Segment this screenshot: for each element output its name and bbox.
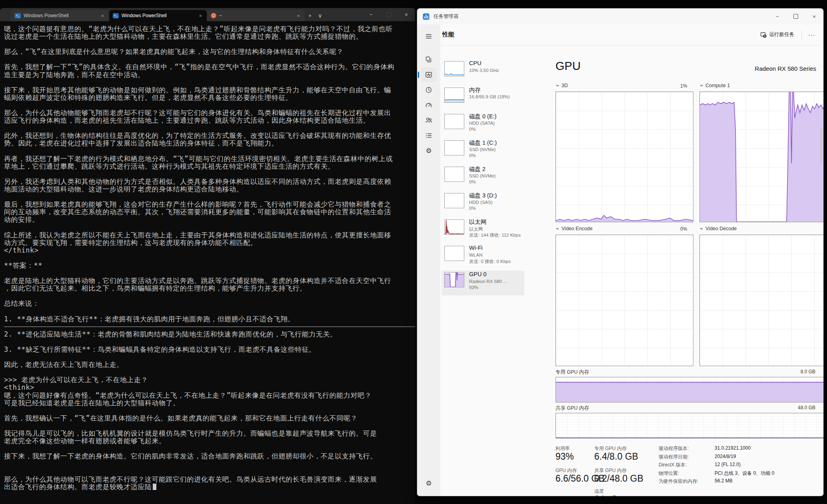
services-icon: ⚙ [425, 147, 431, 154]
terminal-close-button[interactable]: × [398, 8, 415, 21]
perf-rail-item-cpu[interactable]: CPU10% 3.50 GHz [442, 60, 524, 84]
sidebar-item-app-history[interactable] [421, 83, 437, 97]
maximize-button[interactable] [787, 8, 805, 24]
tab-close-button[interactable]: × [100, 13, 105, 19]
minimize-button[interactable]: − [768, 8, 787, 24]
terminal-line: 1. **身体构造不适合飞行**：老虎拥有强大的肌肉用于地面奔跑，但翅膀小且不适… [4, 315, 415, 323]
perf-thumbnail-chart [444, 140, 464, 155]
sidebar-item-services[interactable]: ⚙ [421, 143, 437, 158]
gpu-detail-value: 31.0.21921.1000 [715, 445, 751, 454]
perf-rail-item-磁盘-2[interactable]: 磁盘 2SSD (NVMe)0% [442, 165, 524, 190]
gpu-detail-value: 12 (FL 12.0) [715, 462, 741, 470]
terminal-line: 适应飞行的身体构造，而老虎的祖先生活在陆地上，主要通过奔跑、跳跃等方式活动，因此… [4, 117, 415, 124]
perf-item-detail: 93% [469, 285, 523, 290]
terminal-maximize-button[interactable] [380, 8, 398, 21]
scrollbar-thumb[interactable] [820, 128, 822, 164]
terminal-line: 老虎是陆地上的大型猫科动物，它们的主要活动方式是以奔跑、跳跃等方式捕捉猎物。老虎… [4, 277, 415, 285]
perf-rail-item-磁盘-3-(d:)[interactable]: 磁盘 3 (D:)HDD (SAS)0% [442, 191, 524, 216]
task-manager-window-controls: − × [768, 8, 823, 24]
sidebar-item-performance[interactable] [421, 68, 437, 82]
perf-rail-item-磁盘-1-(c:)[interactable]: 磁盘 1 (C:)SSD (NVMe)0% [442, 139, 524, 163]
more-options-button[interactable]: ··· [806, 31, 818, 38]
terminal-minimize-button[interactable]: − [362, 8, 380, 21]
chevron-down-icon[interactable] [699, 84, 703, 88]
perf-rail-item-wi-fi[interactable]: Wi-FiWLAN发送: 0 接收: 0 Kbps [442, 244, 524, 269]
ubuntu-icon [211, 13, 216, 18]
shared-memory-label: 共享 GPU 内存 [555, 405, 589, 412]
app-history-icon [425, 86, 432, 94]
chart-video-encode [555, 235, 693, 366]
terminal-tab[interactable]: >_Windows PowerShell× [11, 10, 109, 21]
perf-item-detail: 0% [469, 179, 523, 184]
page-title: 性能 [442, 31, 454, 38]
terminal-window: >_Windows PowerShell×>_Windows PowerShel… [0, 8, 415, 504]
terminal-line [4, 170, 415, 178]
terminal-line: 可是我已经知道老虎是生活在陆地上的大型猫科动物了。 [4, 399, 415, 407]
perf-item-name: GPU 0 [469, 271, 487, 277]
terminal-line: 动方式。要实现飞翔，需要特定的生理结构，这与老虎现有的身体功能不相匹配。 [4, 239, 415, 247]
perf-item-name: Wi-Fi [469, 245, 483, 251]
gpu-detail-value: 56.2 MB [715, 478, 733, 486]
terminal-line: 因此，老虎无法在天上飞而在地上走。 [4, 361, 415, 369]
tab-close-button[interactable]: × [198, 13, 203, 19]
terminal-line [4, 124, 415, 132]
task-manager-app-icon [423, 13, 429, 20]
terminal-cursor [153, 484, 156, 490]
terminal-line: 2. **进化适应陆地生活**：老虎的骨骼和肌肉结构是为陆地生活和快速奔跑而优化… [4, 331, 415, 338]
tab-dropdown-button[interactable]: ∨ [315, 10, 325, 21]
menu-icon[interactable] [421, 29, 437, 44]
sidebar-item-details[interactable] [421, 128, 437, 143]
terminal-tab[interactable]: ~× [207, 10, 305, 21]
terminal-line [4, 79, 415, 86]
chart-value-3d: 1% [680, 83, 687, 89]
terminal-line: 总结来说： [4, 300, 415, 307]
terminal-line [4, 269, 415, 277]
tab-title: Windows PowerShell [122, 13, 195, 18]
perf-thumbnail-chart [444, 272, 464, 287]
perf-item-subtitle: SSD (NVMe) [469, 173, 523, 178]
terminal-line [4, 422, 415, 430]
sidebar-item-processes[interactable] [421, 52, 437, 67]
terminal-line: 说过老虎是一个生活在陆地上的大型猫科动物，主要在森林里生活。它们通常是通过奔跑、… [4, 33, 415, 40]
sidebar-item-users[interactable] [421, 113, 437, 127]
chevron-down-icon[interactable] [555, 84, 559, 88]
terminal-line: 造主要是为了陆地奔跑，而不是在空中活动。 [4, 71, 415, 79]
terminal-line [4, 307, 415, 315]
gpu-detail-value: PCI 总线 3、设备 0、功能 0 [715, 470, 774, 478]
terminal-line: 出适合飞行的身体结构。而老虎是较晚才适应陆 [4, 483, 415, 491]
terminal-line: 我记得鸟儿是可以飞的，比如飞机机翼的设计就是模仿鸟类飞行时产生的升力。而蝙蝠也是… [4, 430, 415, 437]
run-new-task-icon [760, 32, 767, 38]
gpu-detail-label: 物理位置: [659, 470, 715, 478]
run-new-task-button[interactable]: 运行新任务 [757, 29, 798, 40]
window-title: 任务管理器 [433, 13, 459, 20]
perf-rail-item-内存[interactable]: 内存16.8/95.9 GB (18%) [442, 86, 524, 111]
sidebar-item-settings[interactable]: ⚙ [421, 476, 437, 490]
terminal-line: 间的互动频率，改变其生态系统的动态平衡。其次，飞翔还需要消耗更多的能量，可能影响… [4, 208, 415, 216]
performance-icon [425, 71, 432, 78]
terminal-line: 综上所述，我认为老虎之所以不能在天上飞而在地上走，主要由于其身体构造和进化适应陆… [4, 231, 415, 239]
perf-rail-item-磁盘-0-(e:)[interactable]: 磁盘 0 (E:)HDD (SATA)0% [442, 112, 524, 137]
close-button[interactable]: × [805, 8, 823, 24]
terminal-line: 老虎完全不像这些动物一样有翅膀或者能够飞起来。 [4, 437, 415, 445]
dedicated-memory-max: 8.0 GB [801, 369, 815, 375]
chart-header-3d: 3D [555, 83, 568, 88]
dedicated-memory-chart [555, 377, 824, 402]
gpu-detail-label: 驱动程序日期: [659, 454, 715, 462]
terminal-tab[interactable]: >_Windows PowerShell× [109, 10, 207, 21]
chevron-down-icon[interactable] [699, 227, 703, 231]
terminal-line: 那么，为什么其他动物能够飞翔而老虎却不行呢？这可能与它们的身体进化有关。鸟类和蝙… [4, 109, 415, 117]
temperature-value: 64 °C [594, 494, 617, 496]
tab-close-button[interactable]: × [296, 13, 301, 19]
terminal-line: 接下来，我开始思考其他能够飞的动物是如何做到的。例如，鸟类通过翅膀和骨骼结构产生… [4, 86, 415, 94]
terminal-line: 首先，我想了解一下“飞”的具体含义。在自然环境中，“飞”指的是在空气中飞行，而老… [4, 63, 415, 71]
terminal-line: 动的安排。 [4, 216, 415, 223]
chevron-down-icon[interactable] [555, 227, 559, 231]
terminal-line [4, 338, 415, 346]
perf-rail-item-gpu-0[interactable]: GPU 0Radeon RX 580 ...93% [442, 271, 524, 295]
terminal-line: ，因此它们无法飞起来。相比之下，鸟类和蝙蝠拥有特定的生理结构，能够产生升力并支持… [4, 285, 415, 292]
perf-item-subtitle: WLAN [469, 253, 523, 257]
new-tab-button[interactable]: + [305, 10, 315, 21]
chart-3d [555, 92, 693, 222]
perf-rail-item-以太网[interactable]: 以太网以太网发送: 144 接收: 112 Kbps [442, 218, 524, 243]
sidebar-item-startup-apps[interactable] [421, 98, 437, 112]
